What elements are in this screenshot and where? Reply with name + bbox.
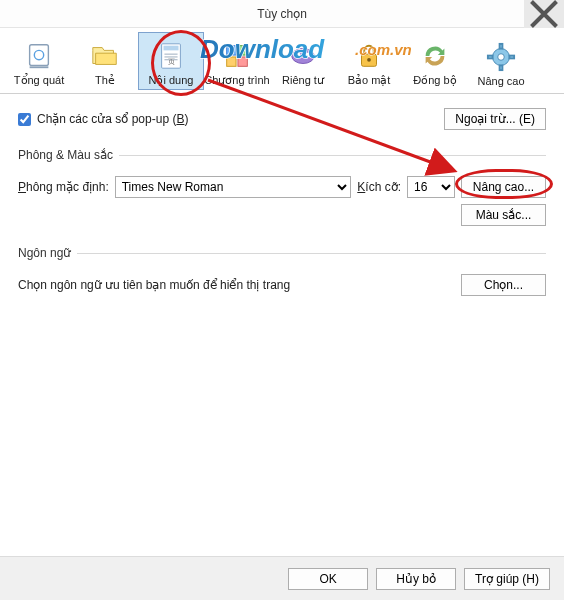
svg-rect-11 [227, 57, 236, 66]
svg-point-17 [367, 58, 371, 62]
mask-icon [287, 40, 319, 72]
ok-button[interactable]: OK [288, 568, 368, 590]
language-section-title: Ngôn ngữ [18, 246, 77, 260]
tab-programs-label: Chương trình [204, 74, 269, 87]
toolbar: Tổng quát Thẻ 页 Nội dung Chương trình Ri… [0, 28, 564, 94]
tab-sync[interactable]: Đồng bộ [402, 32, 468, 90]
gear-icon [485, 41, 517, 73]
close-button[interactable] [524, 0, 564, 28]
tab-security-label: Bảo mật [348, 74, 391, 87]
svg-rect-12 [238, 57, 247, 66]
svg-point-13 [292, 49, 315, 64]
block-popup-label: Chặn các cửa sổ pop-up (B) [37, 112, 188, 126]
page-icon: 页 [155, 40, 187, 72]
fonts-advanced-button[interactable]: Nâng cao... [461, 176, 546, 198]
tab-programs[interactable]: Chương trình [204, 32, 270, 90]
window-title: Tùy chọn [257, 7, 307, 21]
default-font-label: Phông mặc định: [18, 180, 109, 194]
excluding-button[interactable]: Ngoại trừ... (E) [444, 108, 546, 130]
svg-rect-23 [509, 56, 514, 59]
language-text: Chọn ngôn ngữ ưu tiên bạn muốn để hiển t… [18, 278, 290, 292]
svg-rect-21 [500, 65, 503, 70]
tab-general[interactable]: Tổng quát [6, 32, 72, 90]
dialog-footer: OK Hủy bỏ Trợ giúp (H) [0, 556, 564, 600]
content-pane: Chặn các cửa sổ pop-up (B) Ngoại trừ... … [0, 94, 564, 326]
tab-general-label: Tổng quát [14, 74, 64, 87]
font-row: Phông mặc định: Times New Roman Kích cỡ:… [18, 176, 546, 198]
font-size-label: Kích cỡ: [357, 180, 401, 194]
tab-advanced-label: Nâng cao [477, 75, 524, 87]
popup-row: Chặn các cửa sổ pop-up (B) Ngoại trừ... … [18, 108, 546, 130]
tab-content[interactable]: 页 Nội dung [138, 32, 204, 90]
tab-sync-label: Đồng bộ [413, 74, 456, 87]
sync-icon [419, 40, 451, 72]
screen-icon [23, 40, 55, 72]
svg-rect-4 [164, 46, 179, 51]
cancel-button[interactable]: Hủy bỏ [376, 568, 456, 590]
tab-tabs[interactable]: Thẻ [72, 32, 138, 90]
block-popup-checkbox-row[interactable]: Chặn các cửa sổ pop-up (B) [18, 112, 188, 126]
fonts-section: Phông & Màu sắc Phông mặc định: Times Ne… [18, 148, 546, 226]
titlebar: Tùy chọn [0, 0, 564, 28]
language-choose-button[interactable]: Chọn... [461, 274, 546, 296]
tab-content-label: Nội dung [149, 74, 194, 87]
default-font-select[interactable]: Times New Roman [115, 176, 352, 198]
tab-advanced[interactable]: Nâng cao [468, 32, 534, 90]
tab-security[interactable]: Bảo mật [336, 32, 402, 90]
svg-point-15 [305, 53, 310, 58]
help-button[interactable]: Trợ giúp (H) [464, 568, 550, 590]
folder-icon [89, 40, 121, 72]
svg-rect-9 [227, 46, 236, 55]
svg-point-14 [296, 53, 301, 58]
fonts-section-title: Phông & Màu sắc [18, 148, 119, 162]
svg-rect-20 [500, 44, 503, 49]
language-section: Ngôn ngữ Chọn ngôn ngữ ưu tiên bạn muốn … [18, 246, 546, 296]
font-size-select[interactable]: 16 [407, 176, 455, 198]
colors-row: Màu sắc... [18, 204, 546, 226]
svg-point-19 [498, 54, 505, 61]
svg-text:页: 页 [168, 58, 175, 66]
svg-rect-22 [488, 56, 493, 59]
tab-privacy[interactable]: Riêng tư [270, 32, 336, 90]
language-row: Chọn ngôn ngữ ưu tiên bạn muốn để hiển t… [18, 274, 546, 296]
block-popup-checkbox[interactable] [18, 113, 31, 126]
svg-rect-10 [238, 46, 247, 55]
blocks-icon [221, 40, 253, 72]
tab-privacy-label: Riêng tư [282, 74, 324, 87]
close-icon [529, 0, 559, 29]
colors-button[interactable]: Màu sắc... [461, 204, 546, 226]
svg-rect-0 [30, 45, 49, 66]
lock-icon [353, 40, 385, 72]
tab-tabs-label: Thẻ [95, 74, 115, 87]
